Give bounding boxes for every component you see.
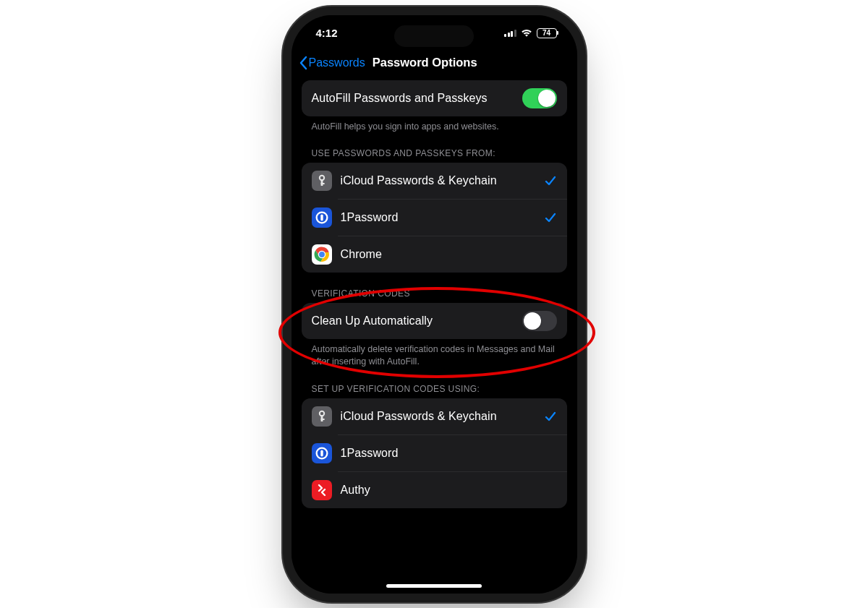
- verification-header: VERIFICATION CODES: [302, 273, 567, 303]
- keychain-icon: [312, 171, 332, 191]
- svg-rect-10: [320, 415, 323, 421]
- cleanup-label: Clean Up Automatically: [312, 314, 514, 327]
- sources-header: USE PASSWORDS AND PASSKEYS FROM:: [302, 132, 567, 163]
- source-row-1password[interactable]: 1Password: [302, 200, 567, 236]
- source-row-chrome[interactable]: Chrome: [302, 236, 567, 273]
- chrome-icon: [312, 244, 332, 265]
- autofill-toggle-row[interactable]: AutoFill Passwords and Passkeys: [302, 80, 567, 116]
- status-clock: 4:12: [316, 27, 338, 39]
- setup-label: 1Password: [341, 447, 557, 460]
- phone-frame: 4:12 74 Passwords Password Option: [292, 15, 577, 594]
- page-title: Password Options: [373, 56, 477, 69]
- setup-row-1password[interactable]: 1Password: [302, 435, 567, 471]
- sources-card: iCloud Passwords & Keychain 1Password: [302, 163, 567, 273]
- back-button[interactable]: Passwords: [299, 56, 365, 70]
- autofill-label: AutoFill Passwords and Passkeys: [312, 92, 514, 105]
- autofill-toggle[interactable]: [522, 88, 557, 108]
- nav-bar: Passwords Password Options: [292, 51, 577, 77]
- autofill-card: AutoFill Passwords and Passkeys: [302, 80, 567, 116]
- svg-rect-2: [320, 183, 324, 184]
- check-icon: [544, 410, 557, 423]
- cleanup-footer: Automatically delete verification codes …: [302, 339, 567, 368]
- setup-label: iCloud Passwords & Keychain: [341, 410, 535, 423]
- svg-rect-11: [320, 419, 324, 420]
- svg-rect-1: [320, 179, 323, 186]
- cleanup-toggle-row[interactable]: Clean Up Automatically: [302, 303, 567, 339]
- source-label: 1Password: [341, 211, 535, 224]
- setup-label: Authy: [341, 484, 557, 497]
- svg-rect-5: [320, 215, 323, 221]
- keychain-icon: [312, 406, 332, 427]
- setup-card: iCloud Passwords & Keychain 1Password: [302, 398, 567, 508]
- check-icon: [544, 211, 557, 224]
- autofill-footer: AutoFill helps you sign into apps and we…: [302, 116, 567, 133]
- onepassword-icon: [312, 443, 332, 463]
- setup-row-keychain[interactable]: iCloud Passwords & Keychain: [302, 398, 567, 434]
- source-label: Chrome: [341, 248, 557, 261]
- setup-header: SET UP VERIFICATION CODES USING:: [302, 368, 567, 398]
- source-label: iCloud Passwords & Keychain: [341, 174, 535, 187]
- home-indicator[interactable]: [386, 584, 482, 588]
- cellular-icon: [504, 29, 516, 37]
- chevron-left-icon: [299, 56, 307, 70]
- cleanup-toggle[interactable]: [522, 311, 557, 331]
- wifi-icon: [521, 29, 532, 38]
- back-label: Passwords: [309, 56, 365, 69]
- check-icon: [544, 174, 557, 187]
- source-row-keychain[interactable]: iCloud Passwords & Keychain: [302, 163, 567, 199]
- authy-icon: [312, 480, 332, 500]
- setup-row-authy[interactable]: Authy: [302, 472, 567, 508]
- battery-indicator: 74: [537, 28, 557, 38]
- dynamic-island: [394, 25, 474, 47]
- svg-rect-14: [320, 450, 323, 457]
- cleanup-card: Clean Up Automatically: [302, 303, 567, 339]
- onepassword-icon: [312, 207, 332, 228]
